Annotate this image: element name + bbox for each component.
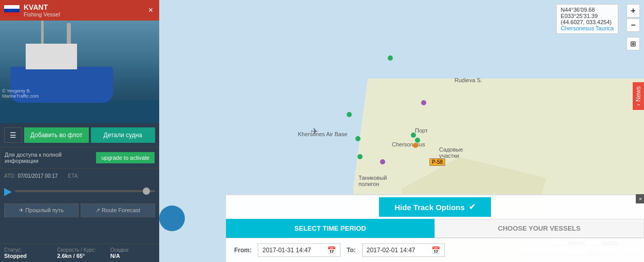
hide-track-button[interactable]: Hide Track Options ✔	[379, 197, 491, 217]
upgrade-button[interactable]: upgrade to activate	[96, 152, 155, 163]
route-forecast-button[interactable]: ↗ Route Forecast	[81, 203, 155, 217]
track-form: From: 📅 To: 📅	[226, 238, 644, 262]
tab-select-time-period[interactable]: SELECT TIME PERIOD	[226, 219, 434, 238]
poligon-label: Таниковыйполигон	[358, 175, 387, 187]
tab-choose-vessels[interactable]: CHOOSE YOUR VESSELS	[434, 219, 644, 238]
zoom-out-button[interactable]: −	[627, 18, 640, 32]
add-to-fleet-button[interactable]: Добавить во флот	[24, 127, 89, 143]
russia-flag	[4, 5, 20, 15]
track-tabs: SELECT TIME PERIOD CHOOSE YOUR VESSELS	[226, 219, 644, 238]
road-p58-1: P-58	[429, 158, 445, 166]
vessel-name-block: KVANT Fishing Vessel	[24, 3, 142, 17]
vessel-details-button[interactable]: Детали судна	[91, 127, 156, 143]
coords-display: N44°36'09.68 E033°25'31.39 (44.6027, 033…	[556, 4, 618, 34]
timeline-track[interactable]	[15, 190, 155, 192]
vessel-dot-8	[357, 154, 363, 159]
photo-credit: © Yevgeniy B.MarineTraffic.com	[2, 88, 39, 99]
water-bg	[0, 100, 159, 123]
vessel-dot-5	[411, 133, 416, 138]
from-calendar-icon[interactable]: 📅	[327, 246, 336, 254]
from-label: From:	[234, 247, 252, 254]
menu-button[interactable]: ☰	[4, 127, 22, 143]
vessel-dot-2	[421, 100, 426, 105]
atd-label: ATD:	[4, 173, 15, 179]
airport-icon: ✈	[311, 126, 318, 137]
from-date-input[interactable]	[262, 247, 324, 254]
layers-icon: ⊞	[630, 40, 636, 48]
zoom-controls: + −	[627, 4, 640, 32]
hide-track-close-button[interactable]: ×	[636, 194, 644, 203]
speed-col: Скорость / Курс: 2.6kn / 65°	[57, 247, 102, 259]
to-calendar-icon[interactable]: 📅	[431, 246, 440, 254]
vessel-name: KVANT	[24, 3, 142, 11]
coords-lon: E033°25'31.39	[561, 13, 614, 19]
news-sidebar[interactable]: › News	[633, 82, 644, 110]
speed-label: Скорость / Курс:	[57, 247, 102, 253]
to-date-input-group[interactable]: 📅	[362, 244, 445, 257]
port-label: Порт	[415, 127, 428, 134]
status-bar: Статус: Stopped Скорость / Курс: 2.6kn /…	[0, 244, 159, 262]
upgrade-banner: Для доступа к полной информации upgrade …	[0, 147, 159, 169]
sadovye-label: Садовыеучастки	[439, 146, 463, 159]
svg-rect-1	[4, 9, 20, 12]
vessel-image: © Yevgeniy B.MarineTraffic.com	[0, 21, 159, 123]
map-area[interactable]: Khersones Air Base Rudieva S. Порт Садов…	[159, 0, 644, 262]
svg-rect-0	[4, 5, 20, 9]
speed-value: 2.6kn / 65°	[57, 253, 102, 259]
left-panel: KVANT Fishing Vessel × © Yevgeniy B.Mari…	[0, 0, 159, 262]
play-icon[interactable]: ▶	[4, 185, 12, 197]
coords-lat: N44°36'09.68	[561, 7, 614, 13]
track-options-panel: Hide Track Options ✔ × SELECT TIME PERIO…	[226, 194, 644, 262]
atd-row: ATD: 07/01/2017 00:17 ETA:	[0, 169, 159, 182]
hide-track-wrapper: Hide Track Options ✔ ×	[226, 195, 644, 219]
ship-superstructure	[26, 44, 77, 69]
action-buttons: ☰ Добавить во флот Детали судна	[0, 123, 159, 147]
status-col: Статус: Stopped	[4, 247, 49, 259]
status-value: Stopped	[4, 253, 49, 259]
timeline-section: ▶	[0, 182, 159, 200]
hide-track-label: Hide Track Options	[394, 203, 465, 212]
draft-value: N/A	[110, 253, 155, 259]
news-chevron: ›	[635, 104, 642, 106]
blue-circle	[159, 205, 185, 231]
ship-mast	[41, 21, 44, 44]
draft-col: Осадка: N/A	[110, 247, 155, 259]
atd-value: 07/01/2017 00:17	[18, 173, 58, 179]
from-date-input-group[interactable]: 📅	[258, 244, 340, 257]
ship-crane	[67, 23, 71, 44]
vessel-dot-4	[355, 136, 361, 141]
zoom-in-button[interactable]: +	[627, 4, 640, 17]
eta-group: ETA:	[68, 171, 79, 180]
rudieva-label: Rudieva S.	[454, 77, 482, 83]
close-button[interactable]: ×	[146, 5, 155, 16]
news-label: News	[635, 86, 642, 102]
vessel-header: KVANT Fishing Vessel ×	[0, 0, 159, 21]
vessel-dot-6	[415, 138, 420, 143]
to-label: To:	[347, 247, 356, 254]
khersones-label: Khersones Air Base	[298, 131, 348, 137]
upgrade-info-text: Для доступа к полной информации	[5, 152, 92, 164]
svg-rect-2	[4, 12, 20, 15]
hide-track-check: ✔	[469, 202, 476, 212]
past-track-button[interactable]: ✈ Прошлый путь	[4, 203, 79, 217]
coords-region: Chersonesus Taurica	[561, 25, 614, 31]
to-date-input[interactable]	[367, 247, 428, 254]
status-label: Статус:	[4, 247, 49, 253]
coords-decimal: (44.6027, 033.4254)	[561, 19, 614, 25]
timeline-thumb[interactable]	[143, 188, 150, 195]
vessel-type: Fishing Vessel	[24, 11, 142, 17]
vessel-dot-9	[380, 159, 385, 164]
forecast-buttons: ✈ Прошлый путь ↗ Route Forecast	[0, 200, 159, 220]
vessel-dot-3	[347, 112, 352, 117]
vessel-dot-1	[388, 55, 393, 61]
eta-label: ETA:	[68, 173, 79, 179]
vessel-dot-7	[413, 143, 418, 148]
atd-group: ATD: 07/01/2017 00:17	[4, 171, 58, 180]
close-x-icon: ×	[639, 196, 642, 202]
chersonesus-label: Chersonesus	[392, 141, 425, 147]
draft-label: Осадка:	[110, 247, 155, 253]
layers-button[interactable]: ⊞	[627, 37, 640, 50]
